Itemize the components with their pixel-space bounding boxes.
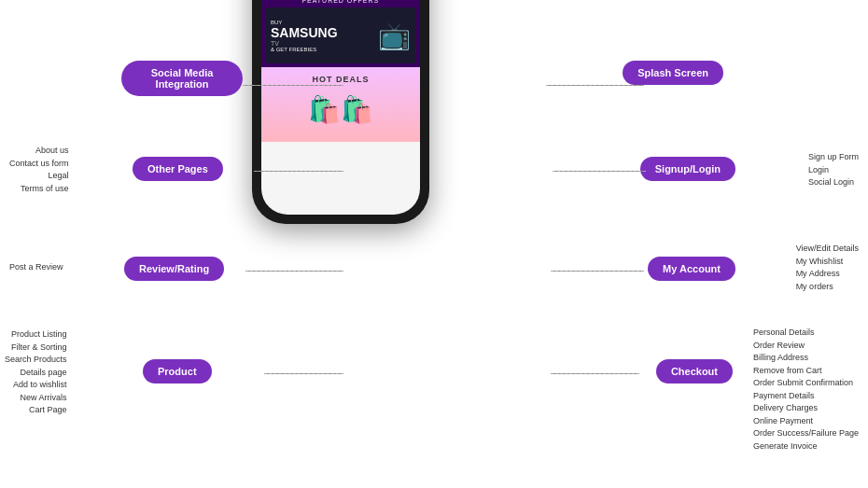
product-pill[interactable]: Product	[143, 359, 212, 383]
other-pages-connector	[254, 171, 343, 172]
freebies-label: & GET FREEBIES	[271, 47, 338, 52]
featured-title: FEATURED OFFERS	[265, 0, 416, 4]
splash-connector	[546, 85, 644, 86]
my-account-items: View/Edit Details My Whishlist My Addres…	[796, 243, 859, 293]
payment-details-label: Payment Details	[753, 390, 859, 403]
filter-sorting-label: Filter & Sorting	[5, 342, 67, 355]
tv-label: TV	[271, 40, 338, 47]
remove-cart-label: Remove from Cart	[753, 365, 859, 378]
hot-deals-section: HOT DEALS 🛍️🛍️	[261, 67, 420, 142]
product-connector	[264, 373, 343, 374]
review-items: Post a Review	[9, 261, 63, 274]
my-account-pill[interactable]: My Account	[648, 257, 735, 281]
bags-image: 🛍️🛍️	[308, 94, 373, 125]
order-submit-label: Order Submit Confirmation	[753, 377, 859, 390]
order-review-label: Order Review	[753, 340, 859, 353]
cart-page-label: Cart Page	[5, 404, 67, 417]
signup-login-pill[interactable]: Signup/Login	[640, 157, 735, 181]
checkout-connector	[551, 373, 639, 374]
wishlist-label: My Whishlist	[796, 256, 859, 269]
new-arrivals-label: New Arrivals	[5, 392, 67, 405]
checkout-pill[interactable]: Checkout	[656, 359, 733, 383]
order-success-label: Order Success/Failure Page	[753, 427, 859, 440]
social-media-pill[interactable]: Social Media Integration	[121, 61, 243, 96]
signup-connector	[553, 171, 646, 172]
checkout-items: Personal Details Order Review Billing Ad…	[753, 327, 859, 453]
online-payment-label: Online Payment	[753, 415, 859, 428]
signup-items: Sign up Form Login Social Login	[808, 151, 859, 189]
billing-address-label: Billing Address	[753, 352, 859, 365]
tv-image: 📺	[378, 21, 411, 51]
address-label: My Address	[796, 268, 859, 281]
search-products-label: Search Products	[5, 354, 67, 367]
social-login-label: Social Login	[808, 176, 859, 189]
delivery-charges-label: Delivery Charges	[753, 402, 859, 415]
personal-details-label: Personal Details	[753, 327, 859, 340]
signup-form-label: Sign up Form	[808, 151, 859, 164]
phone-mockup: ••••• 12:53 31% ☰ ♡ 🛒 Search 🔍	[252, 0, 429, 224]
post-review-label: Post a Review	[9, 261, 63, 274]
login-label: Login	[808, 164, 859, 177]
product-listing-label: Product Listing	[5, 328, 67, 342]
legal-label: Legal	[9, 170, 69, 183]
review-rating-pill[interactable]: Review/Rating	[124, 257, 224, 281]
add-wishlist-label: Add to wishlist	[5, 379, 67, 392]
generate-invoice-label: Generate Invoice	[753, 440, 859, 453]
product-items: Product Listing Filter & Sorting Search …	[5, 328, 67, 417]
other-pages-pill[interactable]: Other Pages	[133, 157, 223, 181]
terms-label: Terms of use	[9, 183, 69, 196]
details-page-label: Details page	[5, 367, 67, 380]
samsung-label: SAMSUNG	[271, 25, 338, 40]
other-pages-items: About us Contact us form Legal Terms of …	[9, 145, 69, 195]
review-connector	[245, 271, 343, 272]
contact-us-label: Contact us form	[9, 158, 69, 171]
hot-deals-title: HOT DEALS	[312, 75, 369, 84]
featured-banner: BUY SAMSUNG TV & GET FREEBIES 📺	[265, 7, 416, 63]
splash-screen-pill[interactable]: Splash Screen	[623, 61, 723, 85]
my-account-connector	[551, 271, 644, 272]
social-media-connector	[243, 85, 343, 86]
featured-section: FEATURED OFFERS BUY SAMSUNG TV & GET FRE…	[261, 0, 420, 67]
orders-label: My orders	[796, 281, 859, 294]
about-us-label: About us	[9, 145, 69, 158]
view-edit-label: View/Edit Details	[796, 243, 859, 256]
